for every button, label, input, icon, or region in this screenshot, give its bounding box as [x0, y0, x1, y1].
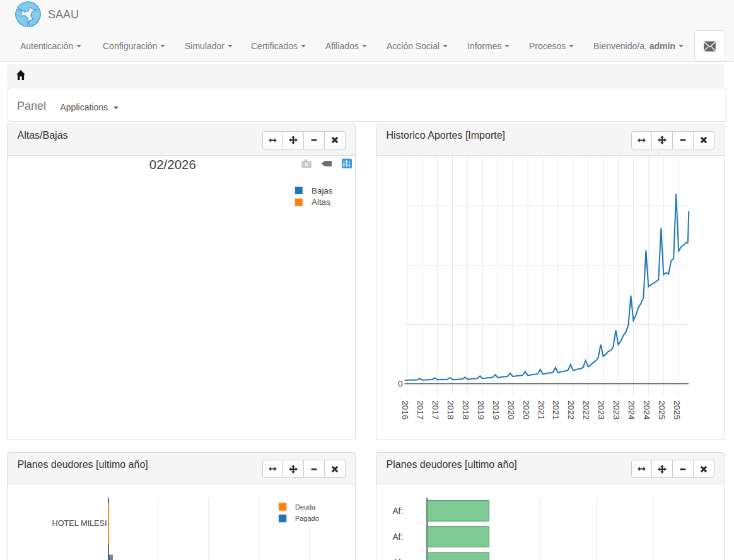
svg-text:Altas: Altas — [312, 197, 330, 207]
svg-text:Pagado: Pagado — [294, 515, 318, 522]
svg-text:02/2026: 02/2026 — [149, 157, 195, 172]
svg-text:2022: 2022 — [566, 400, 576, 419]
svg-text:2024: 2024 — [641, 400, 651, 420]
svg-text:2018: 2018 — [446, 400, 455, 420]
svg-text:2019: 2019 — [475, 400, 485, 419]
svg-text:2021: 2021 — [536, 400, 545, 419]
svg-text:2025: 2025 — [656, 400, 666, 420]
svg-text:2024: 2024 — [627, 400, 636, 420]
svg-text:2017: 2017 — [416, 400, 425, 419]
svg-text:2023: 2023 — [612, 400, 621, 420]
svg-text:0: 0 — [397, 379, 402, 388]
svg-text:2020: 2020 — [521, 400, 530, 420]
svg-text:Deuda: Deuda — [294, 503, 315, 511]
svg-text:2017: 2017 — [431, 400, 440, 419]
svg-text:2022: 2022 — [581, 400, 591, 419]
svg-text:2023: 2023 — [597, 400, 606, 420]
svg-text:Bajas: Bajas — [312, 185, 333, 195]
svg-text:2021: 2021 — [551, 400, 561, 419]
svg-text:2019: 2019 — [491, 400, 500, 419]
svg-text:2020: 2020 — [506, 400, 515, 420]
svg-text:Af:: Af: — [392, 506, 403, 516]
svg-text:2018: 2018 — [460, 400, 470, 420]
svg-text:2016: 2016 — [400, 400, 410, 420]
svg-text:2025: 2025 — [672, 400, 681, 420]
svg-text:Af:: Af: — [392, 532, 403, 542]
svg-text:HOTEL MILESI: HOTEL MILESI — [52, 519, 107, 528]
